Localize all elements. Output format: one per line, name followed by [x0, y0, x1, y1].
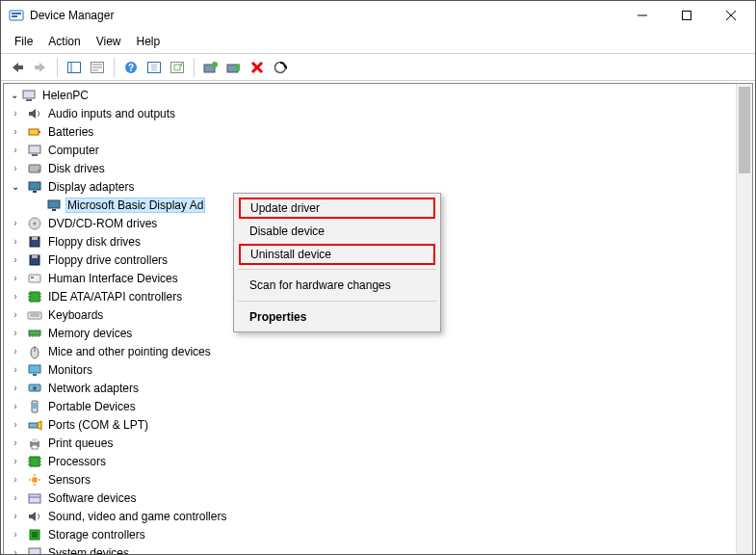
tree-item-label: DVD/CD-ROM drives: [46, 216, 159, 231]
tree-item-software[interactable]: ›Software devices: [4, 489, 752, 507]
tree-item-mice[interactable]: ›Mice and other pointing devices: [4, 342, 752, 360]
chevron-right-icon[interactable]: ›: [9, 419, 22, 430]
dvd-icon: [27, 216, 42, 231]
chevron-right-icon[interactable]: ›: [9, 291, 22, 302]
chevron-right-icon[interactable]: ›: [9, 456, 22, 466]
chevron-right-icon[interactable]: ›: [9, 126, 22, 137]
tree-item-audio[interactable]: ›Audio inputs and outputs: [4, 104, 752, 122]
monitor-icon: [27, 362, 42, 378]
svg-rect-69: [29, 423, 38, 428]
maximize-button[interactable]: [665, 1, 709, 30]
computer-icon: [27, 143, 42, 158]
chevron-right-icon[interactable]: ›: [9, 383, 22, 393]
help-icon[interactable]: ?: [120, 57, 142, 78]
minimize-button[interactable]: [620, 1, 665, 30]
svg-rect-41: [32, 237, 38, 240]
tree-item-monitors[interactable]: ›Monitors: [4, 360, 752, 379]
tree-item-computer[interactable]: ›Computer: [4, 141, 752, 159]
software-icon: [27, 490, 42, 506]
menu-action[interactable]: Action: [40, 32, 88, 51]
tree-item-label: Floppy disk drives: [46, 234, 143, 250]
chevron-right-icon[interactable]: ›: [9, 437, 22, 448]
tree-item-label: System devices: [46, 545, 131, 556]
tree-item-storage[interactable]: ›Storage controllers: [4, 525, 752, 543]
enable-device-icon[interactable]: [223, 57, 245, 78]
caret-icon[interactable]: ⌄: [8, 90, 21, 100]
chevron-right-icon[interactable]: ›: [9, 108, 22, 119]
chevron-right-icon[interactable]: ›: [9, 328, 22, 338]
floppy-icon: [27, 234, 42, 250]
refresh-icon[interactable]: [167, 57, 188, 78]
chevron-right-icon[interactable]: ›: [9, 273, 22, 283]
chevron-right-icon[interactable]: ›: [9, 218, 22, 228]
chip-icon: [27, 454, 42, 469]
scan-icon[interactable]: [270, 57, 291, 78]
back-icon[interactable]: [7, 57, 28, 78]
update-driver-icon[interactable]: [200, 57, 222, 78]
tree-item-sound[interactable]: ›Sound, video and game controllers: [4, 507, 752, 525]
chevron-right-icon[interactable]: ›: [9, 145, 22, 155]
tree-item-label: Ports (COM & LPT): [46, 417, 150, 433]
printer-icon: [27, 436, 42, 451]
svg-rect-9: [68, 62, 81, 72]
mouse-icon: [27, 344, 42, 359]
app-icon: [9, 8, 24, 23]
show-hidden-icon[interactable]: [64, 57, 85, 78]
svg-rect-26: [23, 91, 35, 98]
menu-help[interactable]: Help: [129, 32, 169, 51]
tree-item-label: Audio inputs and outputs: [46, 106, 177, 121]
chevron-right-icon[interactable]: ›: [9, 474, 22, 485]
tree-item-sensors[interactable]: ›Sensors: [4, 470, 752, 489]
tree-item-portable[interactable]: ›Portable Devices: [4, 397, 752, 415]
chevron-right-icon[interactable]: ›: [9, 492, 22, 503]
floppy-icon: [27, 252, 42, 268]
menu-view[interactable]: View: [89, 32, 129, 51]
svg-rect-31: [32, 154, 38, 156]
forward-icon[interactable]: [30, 57, 51, 78]
menu-update-driver[interactable]: Update driver: [239, 198, 435, 219]
menu-properties[interactable]: Properties: [236, 305, 438, 329]
svg-rect-72: [32, 445, 38, 449]
display-icon: [27, 179, 42, 195]
tree-item-disk[interactable]: ›Disk drives: [4, 159, 752, 177]
tree-item-system[interactable]: ›System devices: [4, 543, 752, 555]
close-button[interactable]: [709, 1, 753, 30]
svg-rect-71: [32, 438, 38, 442]
chevron-right-icon[interactable]: ›: [9, 309, 22, 320]
chip-icon: [27, 289, 42, 304]
computer-icon: [27, 545, 42, 556]
storage-icon: [27, 527, 42, 542]
tree-item-batteries[interactable]: ›Batteries: [4, 122, 752, 141]
svg-rect-18: [151, 64, 157, 71]
menu-uninstall-device[interactable]: Uninstall device: [239, 244, 435, 265]
chevron-right-icon[interactable]: ›: [9, 346, 22, 357]
network-icon: [27, 381, 42, 396]
vertical-scrollbar[interactable]: [736, 84, 752, 555]
menu-scan-hardware[interactable]: Scan for hardware changes: [236, 274, 438, 297]
chevron-right-icon[interactable]: ›: [9, 364, 22, 375]
tree-item-network[interactable]: ›Network adapters: [4, 379, 752, 397]
chevron-right-icon[interactable]: ›: [9, 529, 22, 540]
svg-rect-29: [39, 131, 40, 133]
svg-rect-45: [31, 277, 34, 278]
tree-root[interactable]: ⌄ HelenPC: [4, 86, 752, 104]
svg-rect-27: [26, 99, 32, 101]
menu-file[interactable]: File: [7, 32, 40, 51]
chevron-right-icon[interactable]: ›: [9, 547, 22, 555]
uninstall-icon[interactable]: [247, 57, 268, 78]
display-icon: [46, 198, 62, 213]
wizard-icon[interactable]: [143, 57, 165, 78]
tree-item-processors[interactable]: ›Processors: [4, 452, 752, 470]
chevron-down-icon[interactable]: ⌄: [9, 181, 22, 192]
tree-item-ports[interactable]: ›Ports (COM & LPT): [4, 415, 752, 434]
chevron-right-icon[interactable]: ›: [9, 511, 22, 521]
speaker-icon: [27, 509, 42, 524]
chevron-right-icon[interactable]: ›: [9, 236, 22, 247]
menu-disable-device[interactable]: Disable device: [236, 220, 438, 243]
chevron-right-icon[interactable]: ›: [9, 401, 22, 411]
disk-icon: [27, 161, 42, 176]
chevron-right-icon[interactable]: ›: [9, 163, 22, 173]
chevron-right-icon[interactable]: ›: [9, 254, 22, 265]
properties-icon[interactable]: [87, 57, 108, 78]
tree-item-print[interactable]: ›Print queues: [4, 434, 752, 452]
